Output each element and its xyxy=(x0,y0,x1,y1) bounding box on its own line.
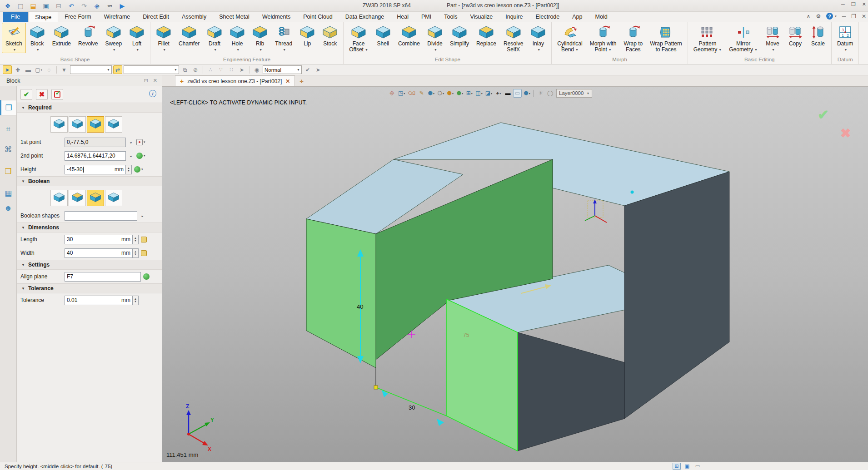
restore-button[interactable]: ❐ xyxy=(851,1,856,7)
history-manager-icon[interactable]: ⌗ xyxy=(0,122,16,137)
window-mode-icon[interactable]: ▭ xyxy=(693,463,702,470)
menu-tab[interactable]: Visualize xyxy=(464,12,499,22)
block-type-center[interactable] xyxy=(69,116,86,133)
undo-icon[interactable]: ↶ xyxy=(66,1,76,10)
add-pick-icon[interactable]: ✚ xyxy=(13,65,22,74)
block-command-icon[interactable]: ❒ xyxy=(0,100,16,115)
model-face-right-side[interactable] xyxy=(624,172,729,419)
dropdown-arrow-icon[interactable]: ▼ xyxy=(772,47,775,53)
block-type-corner[interactable] xyxy=(50,116,68,133)
doc-restore-icon[interactable]: ❐ xyxy=(851,13,856,20)
document-tab[interactable]: + zw3d vs creo lesson one.Z3 - [Part002]… xyxy=(175,75,295,86)
ribbon-simplify[interactable]: Simplify xyxy=(446,23,473,53)
ribbon-wrap-to-faces[interactable]: Wrap to Faces xyxy=(620,23,646,53)
select-arrow-icon[interactable]: ➤ xyxy=(237,65,246,74)
ribbon-revolve[interactable]: Revolve xyxy=(75,23,101,53)
boolean-intersect[interactable] xyxy=(105,190,122,206)
ribbon-inlay[interactable]: Inlay ▼ xyxy=(527,23,549,53)
length-input[interactable]: 30 mm xyxy=(65,235,133,244)
app-logo[interactable]: ❖ xyxy=(3,1,13,10)
lasso-pick-icon[interactable]: ◌ xyxy=(45,65,54,74)
grid-icon[interactable]: ⊞▾ xyxy=(465,89,474,98)
background-icon[interactable]: ▭ xyxy=(513,89,522,98)
ribbon-replace[interactable]: Replace xyxy=(473,23,500,53)
menu-tab[interactable]: Assembly xyxy=(175,12,213,22)
dropdown-arrow-icon[interactable]: ▼ xyxy=(283,47,286,53)
section-boolean[interactable]: ▼ Boolean xyxy=(17,176,162,186)
doc-close-icon[interactable]: ✕ xyxy=(862,13,866,20)
viewport-ok-icon[interactable]: ✔ xyxy=(818,107,829,122)
menu-tab[interactable]: Tools xyxy=(438,12,464,22)
height-input[interactable]: -45-30 mm xyxy=(65,165,126,174)
menu-tab[interactable]: Heal xyxy=(390,12,415,22)
redo-icon[interactable]: ↷ xyxy=(79,1,89,10)
ok-button[interactable]: ✔ xyxy=(20,89,32,100)
ribbon-datum[interactable]: 312 Datum ▼ xyxy=(833,23,857,53)
filter-icon[interactable]: ▼ xyxy=(60,65,69,74)
view-standard-icon[interactable]: ◈▾ xyxy=(92,1,102,10)
plane-pick-icon[interactable] xyxy=(143,273,150,280)
dropdown-arrow-icon[interactable]: ▼ xyxy=(434,47,437,53)
point-pick-icon[interactable] xyxy=(136,139,143,145)
dropdown-arrow-icon[interactable]: ▾ xyxy=(110,4,112,8)
ribbon-extrude[interactable]: Extrude xyxy=(49,23,75,53)
ribbon-chamfer[interactable]: Chamfer xyxy=(175,23,203,53)
play-icon[interactable]: ▶ xyxy=(117,1,127,10)
ghost-cursor-icon[interactable]: ➤ xyxy=(314,65,323,74)
collapse-ribbon-icon[interactable]: ∧ xyxy=(807,13,811,20)
dropdown-arrow-icon[interactable]: ▼ xyxy=(214,47,217,53)
align-plane-input[interactable]: F7 xyxy=(65,272,141,282)
view-image-icon[interactable]: ▦ xyxy=(0,185,16,201)
ribbon-wrap-pattern-to-faces[interactable]: Wrap Pattern to Faces xyxy=(646,23,685,53)
section-tolerance[interactable]: ▼ Tolerance xyxy=(17,283,162,293)
ribbon-combine[interactable]: Combine xyxy=(394,23,424,53)
point-options-icon[interactable]: ▾ xyxy=(144,154,145,158)
render-mode-icon[interactable]: ◕▾ xyxy=(494,89,503,98)
width-spinner[interactable]: ▲▼ xyxy=(133,248,139,258)
ribbon-cylindrical-bend[interactable]: Cylindrical Bend▼ xyxy=(554,23,586,53)
new-file-icon[interactable]: ▢ xyxy=(15,1,25,10)
point-options-icon[interactable]: ▾ xyxy=(144,140,145,144)
tolerance-input[interactable]: 0.01 mm xyxy=(65,296,133,305)
lock-input-icon[interactable]: ⊘ xyxy=(191,65,200,74)
viewport[interactable]: 40 30 75 ✔ ✖ xyxy=(162,87,868,462)
menu-tab[interactable]: Data Exchange xyxy=(339,12,390,22)
marquee-pick-icon[interactable]: ▢▾ xyxy=(34,65,43,74)
section-view-icon[interactable]: ◪▾ xyxy=(484,89,493,98)
remove-pick-icon[interactable]: ▬ xyxy=(24,65,33,74)
height-spinner[interactable]: ▲▼ xyxy=(126,165,132,174)
ribbon-stock[interactable]: Stock xyxy=(319,23,341,53)
align-grid-icon[interactable]: ∷ xyxy=(227,65,236,74)
menu-tab[interactable]: Mold xyxy=(589,12,614,22)
model-face-tower-front[interactable] xyxy=(306,219,376,368)
panel-close-icon[interactable]: ✕ xyxy=(153,78,157,84)
apply-button[interactable] xyxy=(51,89,63,100)
input-field-combo[interactable]: ▼ xyxy=(124,65,179,74)
help-dropdown-icon[interactable]: ▾ xyxy=(835,15,837,18)
section-dimensions[interactable]: ▼ Dimensions xyxy=(17,223,162,233)
block-type-center-height[interactable] xyxy=(105,116,122,133)
dropdown-arrow-icon[interactable]: ▾ xyxy=(98,4,100,8)
menu-tab[interactable]: Direct Edit xyxy=(136,12,175,22)
viewport-cancel-icon[interactable]: ✖ xyxy=(840,126,851,140)
world-icon[interactable]: ◉ xyxy=(252,65,261,74)
swap-input-icon[interactable]: ⇄ xyxy=(113,65,122,74)
split-window-icon[interactable]: ◫▾ xyxy=(474,89,483,98)
tolerance-spinner[interactable]: ▲▼ xyxy=(133,296,139,305)
grid-toggle-icon[interactable]: ⊞ xyxy=(673,463,681,470)
ribbon-face-offset[interactable]: Face Offset▼ xyxy=(345,23,372,53)
render-cube-icon[interactable]: ⬢▾ xyxy=(455,89,464,98)
menu-tab[interactable]: File xyxy=(3,12,28,22)
second-point-input[interactable]: 14.6876,1.64417,20 xyxy=(65,151,126,161)
dropdown-arrow-icon[interactable]: ▼ xyxy=(13,47,16,53)
dropdown-arrow-icon[interactable]: ▼ xyxy=(754,47,758,53)
menu-tab[interactable]: Shape xyxy=(28,12,58,22)
ribbon-sweep[interactable]: Sweep ▼ xyxy=(101,23,125,53)
display-options-icon[interactable]: ≂▾ xyxy=(105,1,115,10)
boolean-shapes-input[interactable] xyxy=(65,211,137,221)
dropdown-arrow-icon[interactable]: ▼ xyxy=(609,47,612,53)
close-button[interactable]: ✕ xyxy=(862,1,866,7)
boolean-base[interactable] xyxy=(50,190,68,206)
user-settings-icon[interactable]: ☻ xyxy=(0,201,16,216)
ribbon-shell[interactable]: Shell xyxy=(372,23,394,53)
